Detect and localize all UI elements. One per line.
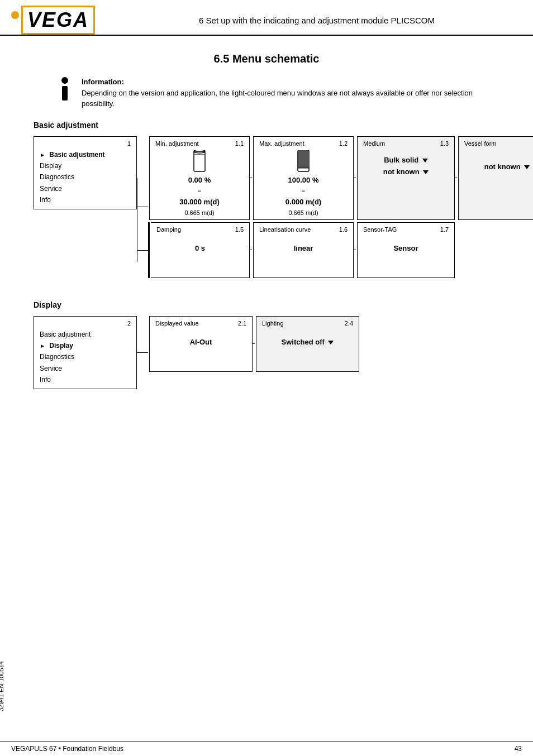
- footer-page: 43: [515, 745, 522, 753]
- display-active-arrow: ►: [40, 343, 45, 349]
- section-title: 6.5 Menu schematic: [34, 52, 499, 65]
- box-2-4-title: Lighting: [262, 320, 284, 327]
- connector-display: [137, 352, 148, 353]
- page-header: VEGA 6 Set up with the indicating and ad…: [0, 0, 533, 36]
- box-1-4-header: Vessel form 1.4: [464, 140, 533, 147]
- box-1-1-val1: 0.00 %: [155, 176, 244, 184]
- box-1-3-val1: Bulk solid: [363, 156, 449, 164]
- box-1-3-header: Medium 1.3: [363, 140, 449, 147]
- box-1-5-val: 0 s: [156, 244, 244, 252]
- header-title: 6 Set up with the indicating and adjustm…: [112, 16, 522, 25]
- box-1-2-extra: 0.665 m(d): [259, 209, 348, 216]
- menu-item-label-1: Basic adjustment: [49, 151, 104, 159]
- menu-item-info: Info: [40, 194, 131, 205]
- box-2-4-number: 2.4: [345, 320, 353, 327]
- box-1-1-val3: 30.000 m(d): [155, 198, 244, 206]
- dropdown-arrow-1-4[interactable]: [524, 165, 530, 169]
- box-1-1: Min. adjustment 1.1 0.00 % = 30.000 m(d): [149, 136, 250, 220]
- box-1-2-header: Max. adjustment 1.2: [259, 140, 348, 147]
- connector-h-1: [137, 207, 148, 207]
- info-text: Information: Depending on the version an…: [82, 76, 499, 109]
- info-box: Information: Depending on the version an…: [34, 76, 499, 109]
- box-2-1: Displayed value 2.1 AI-Out: [149, 316, 253, 372]
- display-label: Display: [34, 300, 499, 309]
- box-1-7-content: Sensor: [363, 244, 449, 252]
- box-1-3: Medium 1.3 Bulk solid not known: [357, 136, 455, 220]
- page-content: 6.5 Menu schematic Information: Dependin…: [0, 41, 533, 425]
- box-1-7-header: Sensor-TAG 1.7: [363, 226, 449, 233]
- dropdown-arrow-2-4[interactable]: [328, 341, 334, 344]
- sub-row-2: Damping 1.5 0 s Linearisation curve 1.6: [148, 222, 533, 278]
- box-1-5-title: Damping: [156, 226, 181, 233]
- logo-container: VEGA: [11, 6, 95, 35]
- box-1-2: Max. adjustment 1.2 100.00 %: [253, 136, 354, 220]
- box-1-5-wrapper: Damping 1.5 0 s: [148, 222, 250, 278]
- box-1-6-header: Linearisation curve 1.6: [259, 226, 348, 233]
- page-footer: VEGAPULS 67 • Foundation Fieldbus 43: [0, 741, 533, 756]
- conn-1-2-1-3: [354, 178, 356, 178]
- conn-1-6-1-7: [354, 250, 356, 250]
- info-description: Depending on the version and application…: [82, 89, 473, 108]
- main-menu-header: 1: [40, 140, 131, 147]
- svg-rect-7: [298, 151, 309, 168]
- box-2-4: Lighting 2.4 Switched off: [256, 316, 359, 372]
- box-2-1-title: Displayed value: [155, 320, 199, 327]
- logo-dot: [11, 11, 19, 19]
- display-row: 2 Basic adjustment ► Display Diagnostics…: [34, 316, 499, 390]
- vertical-label: 32941-EN-100514: [0, 661, 4, 711]
- display-menu-display-label: Display: [49, 342, 73, 350]
- box-1-1-val2: =: [155, 188, 244, 194]
- box-2-4-content: Switched off: [262, 338, 353, 346]
- h-from-v-row2: [137, 250, 148, 251]
- dropdown-arrow-1-3a[interactable]: [422, 159, 428, 162]
- menu-item-basic: ► Basic adjustment: [40, 149, 131, 160]
- box-1-3-content: Bulk solid not known: [363, 156, 449, 176]
- conn-1-1-1-2: [250, 178, 252, 178]
- menu-item-service: Service: [40, 183, 131, 194]
- box-2-1-number: 2.1: [238, 320, 246, 327]
- info-icon: [56, 76, 74, 102]
- svg-point-0: [61, 77, 68, 84]
- info-label: Information:: [82, 78, 124, 86]
- conn-1-3-1-4: [455, 178, 457, 178]
- box-1-2-val3: 0.000 m(d): [259, 198, 348, 206]
- v-connector-row2: [137, 194, 137, 222]
- box-1-4: Vessel form 1.4 not known: [458, 136, 533, 220]
- box-2-1-val: AI-Out: [155, 338, 246, 346]
- display-menu-info: Info: [40, 374, 131, 385]
- main-menu-number: 1: [127, 140, 131, 147]
- min-adj-icon: [155, 150, 244, 173]
- cylinder-icon-min: [192, 150, 207, 173]
- footer-product: VEGAPULS 67 • Foundation Fieldbus: [11, 745, 123, 753]
- conn-2-1-2-4: [253, 343, 255, 344]
- box-1-5-header: Damping 1.5: [156, 226, 244, 233]
- box-1-4-content: not known: [464, 162, 533, 171]
- box-1-7-val: Sensor: [363, 244, 449, 252]
- sub-row-1: Min. adjustment 1.1 0.00 % = 30.000 m(d): [148, 136, 533, 220]
- dropdown-arrow-1-3b[interactable]: [423, 170, 429, 174]
- box-1-1-extra: 0.665 m(d): [155, 209, 244, 216]
- display-menu-display: ► Display: [40, 340, 131, 351]
- active-arrow: ►: [40, 152, 45, 158]
- box-1-6-content: linear: [259, 244, 348, 252]
- display-main-menu: 2 Basic adjustment ► Display Diagnostics…: [34, 316, 137, 390]
- display-menu-number: 2: [127, 320, 131, 327]
- box-1-7: Sensor-TAG 1.7 Sensor: [357, 222, 455, 278]
- box-2-4-header: Lighting 2.4: [262, 320, 353, 327]
- menu-item-diagnostics: Diagnostics: [40, 171, 131, 183]
- display-menu-header: 2: [40, 320, 131, 327]
- menu-item-display: Display: [40, 160, 131, 171]
- box-1-5: Damping 1.5 0 s: [151, 222, 250, 278]
- cylinder-icon-max: [296, 150, 311, 173]
- sub-boxes-container-1: Min. adjustment 1.1 0.00 % = 30.000 m(d): [148, 136, 533, 278]
- display-menu-service: Service: [40, 363, 131, 374]
- box-1-1-title: Min. adjustment: [155, 140, 199, 147]
- display-sub-boxes: Displayed value 2.1 AI-Out Lighting 2.4: [148, 316, 359, 372]
- svg-rect-2: [194, 151, 205, 171]
- box-1-5-content: 0 s: [156, 244, 244, 252]
- display-menu-diagnostics: Diagnostics: [40, 351, 131, 362]
- logo-text: VEGA: [27, 8, 89, 32]
- box-1-2-val2: =: [259, 188, 348, 194]
- left-bar-1-5: [148, 222, 150, 278]
- conn-1-5-1-6: [250, 250, 252, 250]
